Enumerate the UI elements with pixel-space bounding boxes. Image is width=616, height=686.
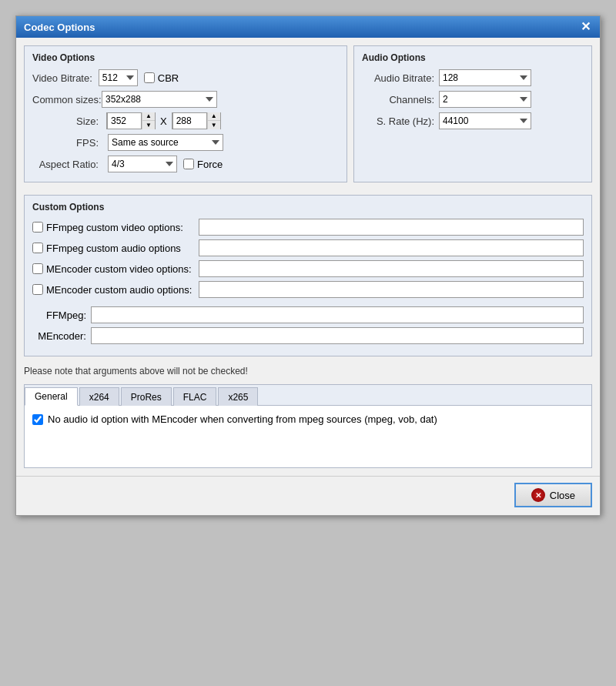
video-bitrate-label: Video Bitrate: bbox=[32, 72, 92, 84]
fps-select[interactable]: Same as source 15 24 25 29.97 30 50 60 bbox=[108, 134, 223, 151]
ffmpeg-video-input[interactable] bbox=[199, 219, 584, 236]
width-up-btn[interactable]: ▲ bbox=[142, 112, 155, 121]
ffmpeg-path-label: FFMpeg: bbox=[32, 310, 86, 321]
title-close-button[interactable]: ✕ bbox=[579, 21, 592, 33]
tab-x264[interactable]: x264 bbox=[79, 387, 119, 406]
video-section-label: Video Options bbox=[32, 52, 339, 63]
common-sizes-label: Common sizes: bbox=[32, 94, 102, 105]
aspect-ratio-select[interactable]: 4/3 16/9 Same as source bbox=[108, 156, 177, 172]
aspect-ratio-label: Aspect Ratio: bbox=[32, 159, 102, 170]
footer-bar: ✕ Close bbox=[16, 476, 600, 515]
height-up-btn[interactable]: ▲ bbox=[208, 112, 220, 121]
fps-label: FPS: bbox=[32, 137, 102, 149]
audio-section-label: Audio Options bbox=[362, 52, 584, 63]
force-label: Force bbox=[197, 159, 223, 170]
cbr-checkbox-wrap: CBR bbox=[144, 72, 179, 84]
ffmpeg-audio-input[interactable] bbox=[199, 239, 584, 256]
fps-row: FPS: Same as source 15 24 25 29.97 30 50… bbox=[32, 134, 339, 151]
ffmpeg-audio-row: FFmpeg custom audio options bbox=[32, 239, 584, 256]
aspect-ratio-row: Aspect Ratio: 4/3 16/9 Same as source Fo… bbox=[32, 156, 339, 172]
title-bar: Codec Options ✕ bbox=[16, 16, 600, 38]
cbr-checkbox[interactable] bbox=[144, 72, 155, 83]
tab-general[interactable]: General bbox=[25, 387, 78, 406]
width-spinner-btns: ▲ ▼ bbox=[142, 112, 155, 129]
general-option-row: No audio id option with MEncoder when co… bbox=[32, 413, 584, 425]
ffmpeg-path-input[interactable] bbox=[91, 306, 584, 323]
size-x-label: X bbox=[160, 115, 167, 127]
channels-label: Channels: bbox=[362, 94, 439, 105]
dialog-body: Video Options Video Bitrate: 512 128 256… bbox=[16, 38, 600, 476]
close-button-label: Close bbox=[550, 490, 575, 501]
channels-row: Channels: 2 1 4 6 bbox=[362, 91, 584, 108]
mencoder-path-input[interactable] bbox=[91, 327, 584, 344]
size-label: Size: bbox=[32, 115, 102, 127]
audio-bitrate-label: Audio Bitrate: bbox=[362, 72, 439, 84]
mencoder-video-checkbox[interactable] bbox=[32, 263, 43, 274]
close-dialog-button[interactable]: ✕ Close bbox=[514, 483, 592, 507]
ffmpeg-video-row: FFmpeg custom video options: bbox=[32, 219, 584, 236]
mencoder-audio-label: MEncoder custom audio options: bbox=[32, 284, 194, 296]
video-bitrate-select[interactable]: 512 128 256 1024 2048 bbox=[99, 69, 138, 86]
common-sizes-row: Common sizes: 352x288 320x240 640x480 72… bbox=[32, 91, 339, 108]
no-audio-id-checkbox[interactable] bbox=[32, 414, 43, 425]
tabs-section: General x264 ProRes FLAC x265 No audio i… bbox=[24, 384, 592, 468]
custom-options-section: Custom Options FFmpeg custom video optio… bbox=[24, 195, 592, 356]
ffmpeg-video-label: FFmpeg custom video options: bbox=[32, 222, 194, 233]
height-down-btn[interactable]: ▼ bbox=[208, 121, 220, 129]
force-checkbox[interactable] bbox=[183, 159, 194, 169]
size-row: Size: ▲ ▼ X ▲ ▼ bbox=[32, 112, 339, 129]
mencoder-audio-checkbox[interactable] bbox=[32, 284, 43, 295]
width-input[interactable] bbox=[107, 112, 142, 129]
height-input[interactable] bbox=[172, 112, 207, 129]
height-spinner-btns: ▲ ▼ bbox=[207, 112, 220, 129]
custom-section-label: Custom Options bbox=[32, 202, 584, 212]
ffmpeg-audio-label: FFmpeg custom audio options bbox=[32, 243, 194, 254]
height-spinner: ▲ ▼ bbox=[172, 112, 221, 129]
codec-options-dialog: Codec Options ✕ Video Options Video Bitr… bbox=[15, 15, 601, 516]
cbr-label: CBR bbox=[158, 72, 179, 84]
tab-flac[interactable]: FLAC bbox=[173, 387, 217, 406]
srate-label: S. Rate (Hz): bbox=[362, 115, 439, 127]
mencoder-video-label: MEncoder custom video options: bbox=[32, 263, 194, 275]
width-spinner: ▲ ▼ bbox=[106, 112, 156, 129]
video-bitrate-row: Video Bitrate: 512 128 256 1024 2048 CBR bbox=[32, 69, 339, 86]
mencoder-video-row: MEncoder custom video options: bbox=[32, 260, 584, 277]
ffmpeg-video-checkbox[interactable] bbox=[32, 222, 43, 233]
tab-content-general: No audio id option with MEncoder when co… bbox=[25, 406, 591, 467]
mencoder-audio-input[interactable] bbox=[199, 281, 584, 298]
mencoder-path-row: MEncoder: bbox=[32, 327, 584, 344]
ffmpeg-path-row: FFMpeg: bbox=[32, 306, 584, 323]
common-sizes-select[interactable]: 352x288 320x240 640x480 720x480 1280x720… bbox=[102, 91, 217, 108]
tabs-bar: General x264 ProRes FLAC x265 bbox=[25, 385, 591, 406]
audio-bitrate-row: Audio Bitrate: 128 64 96 192 256 320 bbox=[362, 69, 584, 86]
force-checkbox-wrap: Force bbox=[183, 159, 223, 170]
width-down-btn[interactable]: ▼ bbox=[142, 121, 155, 129]
channels-select[interactable]: 2 1 4 6 bbox=[439, 91, 531, 108]
close-icon: ✕ bbox=[531, 488, 545, 502]
audio-options-section: Audio Options Audio Bitrate: 128 64 96 1… bbox=[353, 45, 592, 182]
mencoder-video-input[interactable] bbox=[199, 260, 584, 277]
srate-select[interactable]: 44100 22050 48000 bbox=[439, 112, 531, 129]
note-text: Please note that arguments above will no… bbox=[24, 363, 592, 380]
tab-x265[interactable]: x265 bbox=[218, 387, 258, 406]
no-audio-id-label: No audio id option with MEncoder when co… bbox=[48, 413, 437, 425]
audio-bitrate-select[interactable]: 128 64 96 192 256 320 bbox=[439, 69, 531, 86]
top-sections: Video Options Video Bitrate: 512 128 256… bbox=[24, 45, 592, 189]
tab-prores[interactable]: ProRes bbox=[121, 387, 172, 406]
dialog-title: Codec Options bbox=[24, 22, 95, 33]
srate-row: S. Rate (Hz): 44100 22050 48000 bbox=[362, 112, 584, 129]
mencoder-path-label: MEncoder: bbox=[32, 330, 86, 342]
mencoder-audio-row: MEncoder custom audio options: bbox=[32, 281, 584, 298]
video-options-section: Video Options Video Bitrate: 512 128 256… bbox=[24, 45, 347, 182]
ffmpeg-audio-checkbox[interactable] bbox=[32, 243, 43, 253]
